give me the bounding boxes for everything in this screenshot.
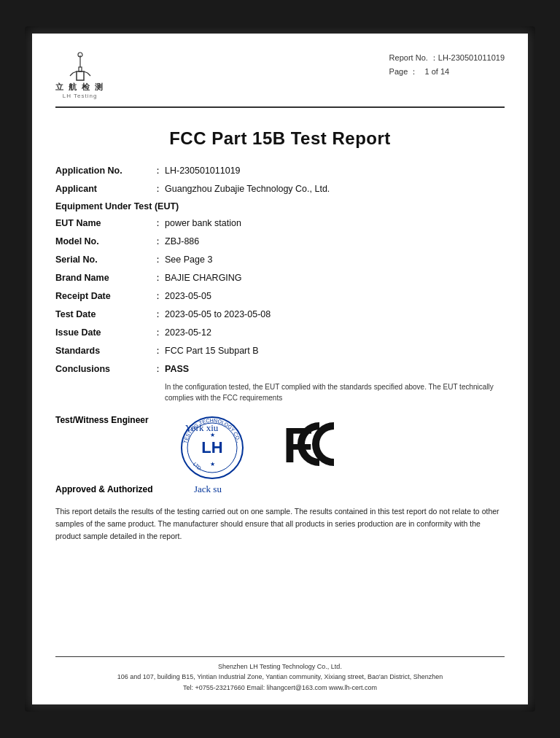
header-divider (55, 106, 505, 108)
label-serial: Serial No. (55, 255, 150, 265)
label-receipt: Receipt Date (55, 291, 150, 301)
field-row-conclusions: Conclusions ： PASS (55, 363, 505, 376)
field-row-serial: Serial No. ： See Page 3 (55, 254, 505, 266)
svg-rect-1 (79, 67, 82, 71)
value-standards: FCC Part 15 Subpart B (165, 346, 505, 356)
page-line: Page ： 1 of 14 (389, 65, 505, 79)
colon-brand: ： (150, 272, 165, 284)
eut-heading: Equipment Under Test (EUT) (55, 201, 505, 211)
approved-row: Approved & Authorized Jack su (55, 483, 505, 495)
value-appno: LH-230501011019 (165, 166, 505, 176)
value-testdate: 2023-05-05 to 2023-05-08 (165, 309, 505, 319)
disclaimer-text: This report details the results of the t… (55, 505, 505, 542)
colon-conclusions: ： (150, 363, 165, 376)
field-row-applicant: Applicant ： Guangzhou Zubajie Technology… (55, 183, 505, 195)
document-frame: 立 航 检 测 LH Testing Report No. ：LH-230501… (25, 26, 535, 712)
footer-line3: Tel: +0755-23217660 Email: lihangcert@16… (55, 683, 505, 693)
field-row-model: Model No. ： ZBJ-886 (55, 236, 505, 248)
colon-testdate: ： (150, 308, 165, 321)
colon-receipt: ： (150, 290, 165, 303)
colon-standards: ： (150, 345, 165, 357)
colon-model: ： (150, 236, 165, 248)
report-number-value: LH-230501011019 (438, 53, 505, 62)
report-number-line: Report No. ：LH-230501011019 (389, 51, 505, 65)
field-row-testdate: Test Date ： 2023-05-05 to 2023-05-08 (55, 308, 505, 321)
label-eut-name: EUT Name (55, 218, 150, 228)
colon-eut-name: ： (150, 217, 165, 230)
logo-chinese: 立 航 检 测 (55, 82, 104, 93)
fcc-logo-container: F (281, 415, 354, 473)
witness-signature: York xiu (185, 422, 218, 434)
doc-footer: Shenzhen LH Testing Technology Co., Ltd.… (55, 656, 505, 693)
report-number-label: Report No. ： (389, 53, 438, 62)
label-applicant: Applicant (55, 184, 150, 194)
fcc-logo-icon: F (281, 415, 354, 473)
colon-appno: ： (150, 165, 165, 177)
witness-label: Test/Witness Engineer (55, 415, 179, 425)
approved-label: Approved & Authorized (55, 484, 179, 494)
label-conclusions: Conclusions (55, 364, 150, 374)
svg-line-6 (70, 73, 73, 76)
label-testdate: Test Date (55, 309, 150, 319)
company-logo-icon (61, 51, 99, 82)
approved-signature: Jack su (194, 483, 222, 495)
label-appno: Application No. (55, 166, 150, 176)
svg-text:F: F (283, 417, 312, 473)
label-issue: Issue Date (55, 327, 150, 338)
field-row-eut-name: EUT Name ： power bank station (55, 217, 505, 230)
footer-line1: Shenzhen LH Testing Technology Co., Ltd. (55, 661, 505, 672)
value-model: ZBJ-886 (165, 236, 505, 246)
field-row-issue: Issue Date ： 2023-05-12 (55, 327, 505, 339)
colon-applicant: ： (150, 183, 165, 195)
document-title: FCC Part 15B Test Report (55, 128, 505, 149)
value-issue: 2023-05-12 (165, 327, 505, 338)
logo-area: 立 航 检 测 LH Testing (55, 51, 104, 99)
footer-line2: 106 and 107, building B15, Yintian Indus… (55, 672, 505, 682)
colon-serial: ： (150, 254, 165, 266)
label-model: Model No. (55, 236, 150, 246)
value-conclusions: PASS (165, 364, 505, 374)
svg-text:LH: LH (201, 438, 222, 457)
field-row-standards: Standards ： FCC Part 15 Subpart B (55, 345, 505, 357)
value-receipt: 2023-05-05 (165, 291, 505, 301)
value-serial: See Page 3 (165, 255, 505, 265)
doc-header: 立 航 检 测 LH Testing Report No. ：LH-230501… (55, 51, 505, 99)
label-brand: Brand Name (55, 273, 150, 283)
report-info: Report No. ：LH-230501011019 Page ： 1 of … (389, 51, 505, 78)
svg-rect-0 (77, 71, 84, 80)
page-value: 1 of 14 (425, 67, 450, 76)
conclusions-note: In the configuration tested, the EUT com… (165, 381, 505, 403)
field-row-appno: Application No. ： LH-230501011019 (55, 165, 505, 177)
field-row-receipt: Receipt Date ： 2023-05-05 (55, 290, 505, 303)
label-standards: Standards (55, 346, 150, 356)
page-label: Page ： (389, 67, 419, 76)
value-eut-name: power bank station (165, 218, 505, 228)
value-applicant: Guangzhou Zubajie Technology Co., Ltd. (165, 184, 505, 194)
field-row-brand: Brand Name ： BAJIE CHARGING (55, 272, 505, 284)
svg-text:★: ★ (210, 461, 215, 467)
document-page: 立 航 检 测 LH Testing Report No. ：LH-230501… (32, 34, 528, 704)
logo-english: LH Testing (63, 93, 98, 99)
colon-issue: ： (150, 327, 165, 339)
fields-section: Application No. ： LH-230501011019 Applic… (55, 165, 505, 403)
svg-line-7 (88, 73, 90, 76)
value-brand: BAJIE CHARGING (165, 273, 505, 283)
